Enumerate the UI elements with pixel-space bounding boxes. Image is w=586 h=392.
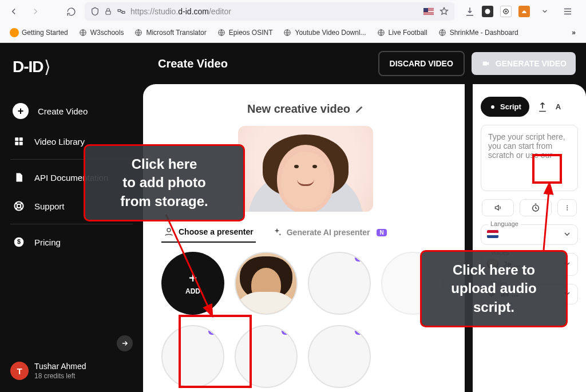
bookmark-item[interactable]: Microsoft Translator (130, 26, 210, 39)
extension-icon[interactable] (482, 6, 493, 17)
svg-rect-0 (106, 11, 110, 14)
style-selector[interactable]: Styles as … (481, 284, 578, 304)
tab-label: Generate AI presenter (287, 228, 370, 237)
presenter-tabs: Choose a presenter Generate AI presenter… (158, 212, 453, 247)
svg-rect-23 (490, 290, 493, 295)
editor-panel: New creative video (143, 84, 465, 392)
bookmarks-overflow-icon[interactable]: » (567, 26, 580, 39)
voice-selector[interactable]: Voices Je … (481, 253, 578, 276)
field-label: Voices (488, 249, 511, 256)
user-profile[interactable]: T Tushar Ahmed 18 credits left (10, 362, 133, 380)
field-value: Je … (503, 260, 558, 268)
main-area: Create Video DISCARD VIDEO GENERATE VIDE… (143, 43, 586, 392)
overflow-chevron-icon[interactable] (537, 3, 553, 19)
user-credits: 18 credits left (34, 372, 86, 380)
script-textarea[interactable]: Type your script here, you can start fro… (481, 125, 578, 191)
globe-icon (377, 28, 386, 37)
collapse-sidebar-button[interactable] (117, 335, 133, 351)
hq-badge: HQ (208, 328, 222, 335)
flag-us-icon[interactable] (423, 8, 434, 15)
forward-button[interactable] (27, 3, 43, 19)
address-bar[interactable]: https://studio.d-id.com/editor (85, 2, 454, 21)
permissions-icon (117, 7, 126, 16)
sidebar-item-pricing[interactable]: $ Pricing (0, 228, 143, 256)
download-icon[interactable] (465, 6, 475, 17)
svg-rect-1 (118, 10, 121, 11)
svg-rect-12 (19, 137, 23, 141)
globe-icon (78, 28, 88, 37)
script-tab[interactable]: Script (481, 97, 529, 117)
stopwatch-icon (531, 203, 540, 212)
extension-icon[interactable] (500, 6, 512, 17)
language-selector[interactable]: Language (481, 224, 578, 245)
svg-point-20 (167, 228, 171, 232)
reload-button[interactable] (63, 3, 79, 19)
back-button[interactable] (6, 3, 22, 19)
upload-audio-button[interactable] (533, 97, 552, 117)
extension-icon[interactable] (518, 6, 530, 17)
tab-generate-ai-presenter[interactable]: Generate AI presenter N (270, 223, 389, 242)
bookmark-item[interactable]: Live Football (373, 26, 431, 39)
presenter-option[interactable] (381, 252, 444, 315)
sidebar-item-label: Support (34, 201, 65, 211)
bookmark-item[interactable]: Youtube Video Downl... (279, 26, 370, 39)
pencil-icon[interactable] (355, 105, 364, 114)
presenter-option[interactable]: HQ (235, 325, 298, 388)
sidebar-item-api-docs[interactable]: API Documentation (0, 163, 143, 192)
plus-circle-icon: + (13, 103, 29, 119)
tool-button[interactable] (520, 199, 552, 216)
svg-rect-14 (19, 142, 23, 145)
sparkle-icon (272, 227, 282, 237)
dollar-icon: $ (13, 236, 25, 248)
divider (10, 159, 133, 160)
bookmark-item[interactable]: ShrinkMe - Dashboard (434, 26, 522, 39)
bookmark-star-icon[interactable] (440, 7, 449, 16)
presenter-option[interactable] (235, 252, 298, 315)
bookmark-item[interactable]: Getting Started (6, 26, 72, 39)
svg-point-16 (17, 204, 21, 208)
speaker-icon (493, 204, 502, 212)
generate-video-button[interactable]: GENERATE VIDEO (472, 52, 576, 75)
lifebuoy-icon (13, 200, 25, 212)
script-tab-label: Script (500, 102, 521, 111)
sidebar-item-video-library[interactable]: Video Library (0, 127, 143, 156)
bookmark-item[interactable]: W3schools (74, 26, 128, 39)
sidebar-item-label: API Documentation (34, 173, 108, 183)
sidebar-item-support[interactable]: Support (0, 192, 143, 220)
svg-point-3 (485, 9, 490, 14)
globe-icon (134, 28, 143, 37)
tool-button[interactable] (482, 199, 514, 216)
sidebar-item-create-video[interactable]: + Create Video (0, 95, 143, 127)
app-root: D-ID⟩ + Create Video Video Library (0, 43, 586, 392)
bookmark-item[interactable]: Epieos OSINT (213, 26, 277, 39)
field-value: as … (501, 290, 558, 298)
svg-point-4 (505, 11, 506, 12)
microphone-icon (487, 289, 496, 298)
logo-bracket-icon: ⟩ (44, 57, 50, 77)
avatar: T (10, 362, 29, 380)
upload-icon (537, 101, 548, 113)
hq-badge: HQ (355, 328, 369, 335)
generate-label: GENERATE VIDEO (496, 59, 567, 68)
bookmark-label: Getting Started (22, 29, 68, 37)
sidebar: D-ID⟩ + Create Video Video Library (0, 43, 143, 392)
new-badge: N (377, 229, 386, 236)
presenter-option[interactable]: HQ (308, 252, 371, 315)
chevron-down-icon (563, 259, 572, 268)
tool-button[interactable]: ⁝ (557, 199, 577, 216)
flag-icon (487, 230, 498, 238)
add-presenter-button[interactable]: ＋ ADD (161, 252, 224, 315)
discard-video-button[interactable]: DISCARD VIDEO (378, 51, 465, 76)
bookmark-label: W3schools (90, 29, 124, 37)
sidebar-item-label: Pricing (34, 237, 61, 247)
hq-badge: HQ (282, 328, 295, 335)
menu-icon[interactable] (560, 3, 576, 19)
voice-avatar-icon (487, 258, 498, 270)
presenter-option[interactable]: HQ (308, 325, 371, 388)
presenter-option[interactable]: HQ (161, 325, 224, 388)
video-title[interactable]: New creative video (247, 102, 350, 116)
svg-text:$: $ (17, 238, 21, 245)
bookmark-label: Microsoft Translator (146, 29, 206, 37)
script-tools: ⁝ (481, 199, 578, 216)
tab-choose-presenter[interactable]: Choose a presenter (161, 222, 256, 243)
